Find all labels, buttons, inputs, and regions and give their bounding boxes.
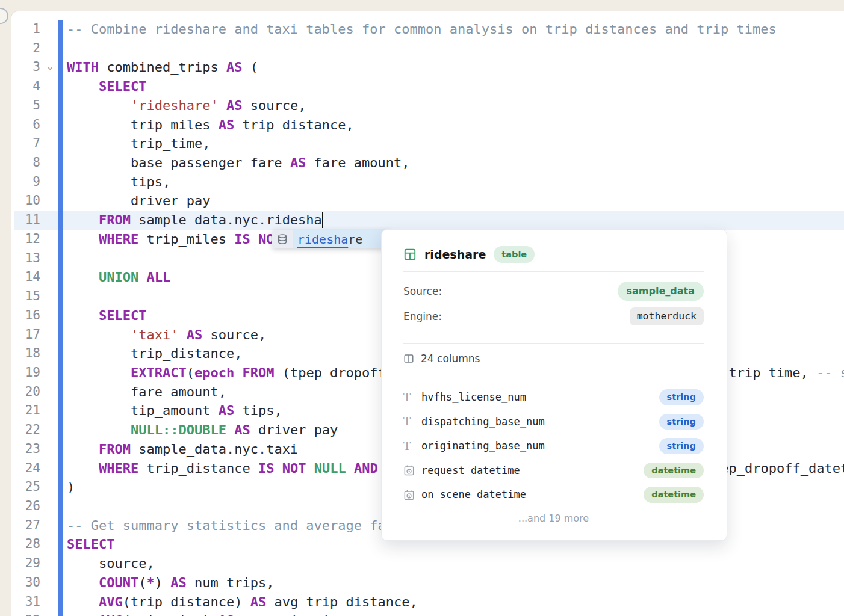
code-text: driver_pay	[67, 191, 844, 211]
code-text: trip_time,	[67, 134, 844, 153]
code-text: FROM sample_data.nyc.ridesha	[67, 211, 844, 230]
popup-table-name: rideshare	[424, 248, 486, 261]
code-line[interactable]: 32 AVG(trip_time) AS avg_trip_time,	[11, 611, 844, 616]
line-number: 2	[11, 39, 40, 58]
column-row: Toriginating_base_numstring	[403, 434, 704, 458]
code-text: AVG(trip_time) AS avg_trip_time,	[67, 611, 844, 616]
column-name: originating_base_num	[421, 440, 659, 452]
code-line[interactable]: 6 trip_miles AS trip_distance,	[11, 116, 844, 135]
code-text: SELECT	[67, 77, 844, 96]
text-type-icon: T	[403, 391, 421, 404]
code-line[interactable]: 1-- Combine rideshare and taxi tables fo…	[11, 20, 844, 39]
line-number: 14	[11, 268, 40, 287]
source-badge: sample_data	[618, 282, 704, 301]
table-icon	[403, 248, 417, 261]
engine-label: Engine:	[403, 310, 442, 322]
columns-count-label: 24 columns	[421, 353, 480, 365]
line-number: 28	[11, 535, 40, 554]
fold-chevron-icon[interactable]: ⌄	[46, 57, 54, 76]
code-line[interactable]: 29 source,	[11, 554, 844, 573]
column-type-badge: datetime	[644, 487, 704, 503]
code-line[interactable]: 7 trip_time,	[11, 134, 844, 153]
gutter-change-bar	[58, 20, 63, 616]
line-number: 25	[11, 478, 40, 497]
code-line[interactable]: 11 FROM sample_data.nyc.ridesha	[11, 211, 844, 230]
code-line[interactable]: 30 COUNT(*) AS num_trips,	[11, 573, 844, 593]
code-line[interactable]: 9 tips,	[11, 173, 844, 192]
calendar-clock-icon	[403, 489, 421, 500]
line-number: 23	[11, 440, 40, 459]
column-name: request_datetime	[421, 464, 644, 476]
text-type-icon: T	[403, 440, 421, 452]
line-number: 6	[11, 116, 40, 135]
code-line[interactable]: 10 driver_pay	[11, 191, 844, 211]
code-text: AVG(trip_distance) AS avg_trip_distance,	[67, 593, 844, 612]
autocomplete-matched-text: ridesha	[297, 232, 348, 247]
code-line[interactable]: 4 SELECT	[11, 77, 844, 96]
engine-row: Engine: motherduck	[403, 304, 704, 329]
engine-badge: motherduck	[630, 307, 704, 326]
line-number: 5	[11, 96, 40, 116]
line-number: 19	[11, 363, 40, 383]
database-icon	[272, 230, 293, 248]
text-type-icon: T	[403, 415, 421, 428]
line-number: 30	[11, 573, 40, 593]
text-cursor	[322, 212, 323, 228]
column-type-badge: datetime	[644, 463, 704, 479]
line-number: 16	[11, 306, 40, 325]
code-text: tips,	[67, 173, 844, 192]
code-line[interactable]: 8 base_passenger_fare AS fare_amount,	[11, 153, 844, 173]
column-row: on_scene_datetimedatetime	[403, 482, 704, 507]
code-text: trip_miles AS trip_distance,	[67, 116, 844, 135]
code-text: WITH combined_trips AS (	[67, 58, 844, 77]
line-number: 21	[11, 401, 40, 420]
line-number: 31	[11, 593, 40, 612]
line-number: 3	[11, 58, 40, 77]
autocomplete-rest-text: re	[348, 232, 362, 247]
line-number: 24	[11, 459, 40, 478]
line-number: 29	[11, 554, 40, 573]
code-line[interactable]: 2	[11, 39, 844, 58]
popup-header: rideshare table	[403, 245, 704, 263]
column-name: on_scene_datetime	[421, 488, 644, 500]
autocomplete-dropdown: rideshare	[272, 230, 391, 248]
autocomplete-suggestion-rideshare[interactable]: rideshare	[293, 230, 391, 248]
edge-decoration-circle	[0, 8, 8, 24]
column-name: hvfhs_license_num	[421, 391, 659, 403]
source-row: Source: sample_data	[403, 279, 704, 304]
line-number: 8	[11, 153, 40, 173]
more-columns-label: ...and 19 more	[403, 513, 704, 524]
code-text: -- Combine rideshare and taxi tables for…	[67, 20, 844, 39]
line-number: 9	[11, 173, 40, 192]
column-name: dispatching_base_num	[421, 416, 659, 428]
line-number: 15	[11, 287, 40, 306]
column-type-badge: string	[659, 389, 704, 405]
line-number: 32	[11, 611, 40, 616]
columns-count-row: 24 columns	[403, 344, 704, 373]
code-text: COUNT(*) AS num_trips,	[67, 573, 844, 593]
column-row: request_datetimedatetime	[403, 458, 704, 483]
popup-columns-list: Thvfhs_license_numstringTdispatching_bas…	[403, 381, 704, 507]
code-line[interactable]: 3⌄WITH combined_trips AS (	[11, 58, 844, 77]
line-number: 4	[11, 77, 40, 96]
code-text: source,	[67, 554, 844, 573]
calendar-clock-icon	[403, 464, 421, 476]
code-line[interactable]: 31 AVG(trip_distance) AS avg_trip_distan…	[11, 593, 844, 612]
table-info-popup: rideshare table Source: sample_data Engi…	[381, 229, 727, 541]
column-row: Tdispatching_base_numstring	[403, 410, 704, 434]
code-text: 'rideshare' AS source,	[67, 96, 844, 116]
line-number: 13	[11, 249, 40, 268]
line-number: 12	[11, 230, 40, 249]
line-number: 7	[11, 134, 40, 153]
column-type-badge: string	[659, 414, 704, 430]
code-text: base_passenger_fare AS fare_amount,	[67, 153, 844, 173]
line-number: 22	[11, 420, 40, 440]
source-label: Source:	[403, 285, 442, 297]
code-line[interactable]: 5 'rideshare' AS source,	[11, 96, 844, 116]
columns-icon	[403, 353, 414, 364]
popup-info-section: Source: sample_data Engine: motherduck	[403, 272, 704, 336]
line-number: 20	[11, 383, 40, 402]
table-type-badge: table	[494, 246, 535, 263]
line-number: 18	[11, 344, 40, 363]
line-number: 10	[11, 191, 40, 211]
